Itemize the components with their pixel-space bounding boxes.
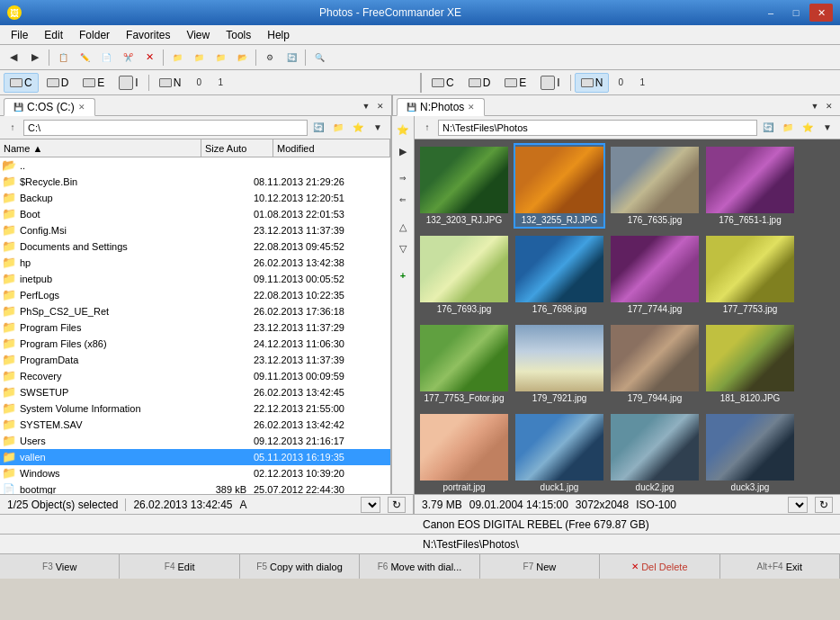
vtb-copy-right[interactable]: ⇒ [393, 168, 413, 188]
vtb-star[interactable]: ⭐ [393, 120, 413, 139]
file-row-12[interactable]: 📁 ProgramData 23.12.2013 11:37:39 [0, 352, 390, 368]
funckey-f4[interactable]: F4 Edit [120, 554, 239, 579]
delete-btn[interactable]: ✕ [139, 48, 159, 67]
menu-tools[interactable]: Tools [219, 27, 258, 43]
maximize-button[interactable]: □ [784, 4, 808, 22]
funckey-f6[interactable]: F6 Move with dial... [360, 554, 479, 579]
drive-d-right[interactable]: D [462, 73, 497, 93]
folder-btn-2[interactable]: 📁 [189, 48, 209, 67]
vtb-arrow-down[interactable]: ▽ [393, 238, 413, 258]
back-button[interactable]: ◀ [4, 48, 23, 67]
drive-0-right[interactable]: 0 [611, 73, 630, 93]
menu-help[interactable]: Help [260, 27, 297, 43]
close-button[interactable]: ✕ [809, 4, 833, 22]
file-row-10[interactable]: 📁 Program Files 23.12.2013 11:37:29 [0, 319, 390, 336]
drive-c-left[interactable]: C [4, 73, 39, 93]
file-row-11[interactable]: 📁 Program Files (x86) 24.12.2013 11:06:3… [0, 336, 390, 352]
left-tab-cos[interactable]: 💾 C:OS (C:) ✕ [4, 98, 95, 116]
file-row-8[interactable]: 📁 PerfLogs 22.08.2013 10:22:35 [0, 287, 390, 303]
folder-btn-4[interactable]: 📂 [232, 48, 252, 67]
left-refresh-btn[interactable]: 🔄 [309, 119, 327, 137]
file-row-19[interactable]: 📁 Windows 02.12.2013 10:39:20 [0, 465, 390, 481]
thumb-item-5[interactable]: 176_7698.jpg [514, 232, 605, 318]
drive-i-left[interactable]: I [112, 73, 144, 93]
right-refresh-btn[interactable]: 🔄 [759, 119, 777, 137]
drive-d-left[interactable]: D [40, 73, 76, 93]
right-tab-photos[interactable]: 💾 N:Photos ✕ [397, 98, 485, 116]
thumb-item-14[interactable]: duck2.jpg [609, 410, 701, 494]
thumb-item-3[interactable]: 176_7651-1.jpg [704, 143, 796, 229]
col-modified-header[interactable]: Modified [273, 139, 390, 157]
drive-1-right[interactable]: 1 [632, 73, 652, 93]
left-filter-dropdown[interactable] [361, 497, 380, 513]
drive-c-right[interactable]: C [425, 73, 460, 93]
funckey-f3[interactable]: F3 View [0, 554, 120, 579]
funckey-altf4[interactable]: Alt+F4 Exit [720, 554, 840, 579]
right-up-btn[interactable]: ↑ [418, 119, 436, 137]
right-refresh-status-btn[interactable]: ↻ [815, 497, 833, 513]
settings-btn[interactable]: ⚙ [260, 48, 280, 67]
view-btn[interactable]: 📋 [53, 48, 73, 67]
thumb-item-0[interactable]: 132_3203_RJ.JPG [418, 143, 510, 229]
minimize-button[interactable]: – [759, 4, 782, 22]
thumb-item-7[interactable]: 177_7753.jpg [704, 232, 796, 318]
right-tab-menu[interactable]: ▼ [808, 97, 822, 115]
thumb-item-1[interactable]: 132_3255_RJ.JPG [514, 143, 605, 229]
thumb-item-10[interactable]: 179_7944.jpg [609, 321, 701, 407]
file-row-3[interactable]: 📁 Boot 01.08.2013 22:01:53 [0, 206, 390, 222]
drive-e-right[interactable]: E [498, 73, 532, 93]
funckey-f5[interactable]: F5 Copy with dialog [240, 554, 360, 579]
file-row-14[interactable]: 📁 SWSETUP 26.02.2013 13:42:45 [0, 384, 390, 400]
left-path-btn-1[interactable]: 📁 [329, 119, 347, 137]
left-tab-close[interactable]: ✕ [78, 103, 85, 112]
drive-n-left[interactable]: N [153, 73, 188, 93]
search-btn[interactable]: 🔍 [309, 48, 329, 67]
thumb-item-4[interactable]: 176_7693.jpg [418, 232, 510, 318]
left-tab-menu[interactable]: ▼ [359, 97, 373, 115]
right-path-btn-1[interactable]: 📁 [779, 119, 797, 137]
vtb-arrow-right[interactable]: ▶ [393, 141, 413, 161]
file-row-9[interactable]: 📁 PhSp_CS2_UE_Ret 26.02.2013 17:36:18 [0, 303, 390, 319]
folder-btn-3[interactable]: 📁 [210, 48, 230, 67]
file-row-16[interactable]: 📁 SYSTEM.SAV 26.02.2013 13:42:42 [0, 417, 390, 433]
vtb-arrow-up[interactable]: △ [393, 217, 413, 237]
file-row-13[interactable]: 📁 Recovery 09.11.2013 00:09:59 [0, 368, 390, 384]
file-row-7[interactable]: 📁 inetpub 09.11.2013 00:05:52 [0, 271, 390, 287]
right-tab-close[interactable]: ✕ [468, 103, 475, 112]
file-row-6[interactable]: 📁 hp 26.02.2013 13:42:38 [0, 255, 390, 271]
right-filter-dropdown[interactable] [788, 497, 808, 513]
right-path-input[interactable] [438, 120, 757, 136]
vtb-plus[interactable]: + [393, 265, 413, 285]
thumb-item-11[interactable]: 181_8120.JPG [704, 321, 796, 407]
funckey-del[interactable]: ✕ Del Delete [600, 554, 719, 579]
left-up-btn[interactable]: ↑ [4, 119, 22, 137]
left-path-btn-2[interactable]: ⭐ [349, 119, 367, 137]
file-row-4[interactable]: 📁 Config.Msi 23.12.2013 11:37:39 [0, 222, 390, 238]
thumb-item-9[interactable]: 179_7921.jpg [514, 321, 605, 407]
menu-folder[interactable]: Folder [72, 27, 117, 43]
file-row-15[interactable]: 📁 System Volume Information 22.12.2013 2… [0, 400, 390, 417]
file-row-1[interactable]: 📁 $Recycle.Bin 08.11.2013 21:29:26 [0, 174, 390, 190]
thumb-item-8[interactable]: 177_7753_Fotor.jpg [418, 321, 510, 407]
thumb-item-2[interactable]: 176_7635.jpg [609, 143, 701, 229]
file-row-20[interactable]: 📄 bootmgr 389 kB 25.07.2012 22:44:30 [0, 481, 390, 494]
thumb-item-6[interactable]: 177_7744.jpg [609, 232, 701, 318]
menu-view[interactable]: View [179, 27, 217, 43]
col-name-header[interactable]: Name ▲ [0, 139, 201, 157]
file-row-18[interactable]: 📁 vallen 05.11.2013 16:19:35 [0, 449, 390, 465]
menu-file[interactable]: File [4, 27, 35, 43]
forward-button[interactable]: ▶ [25, 48, 45, 67]
folder-btn-1[interactable]: 📁 [167, 48, 187, 67]
left-filter-btn[interactable]: ▼ [369, 119, 387, 137]
drive-0-left[interactable]: 0 [189, 73, 209, 93]
file-row-5[interactable]: 📁 Documents and Settings 22.08.2013 09:4… [0, 238, 390, 255]
file-row-2[interactable]: 📁 Backup 10.12.2013 12:20:51 [0, 190, 390, 206]
file-row-0[interactable]: 📂 .. [0, 157, 390, 174]
thumb-item-13[interactable]: duck1.jpg [514, 410, 605, 494]
left-refresh-status-btn[interactable]: ↻ [388, 497, 406, 513]
right-filter-btn[interactable]: ▼ [818, 119, 836, 137]
left-tab-close-btn[interactable]: ✕ [373, 97, 388, 115]
right-tab-close-btn[interactable]: ✕ [822, 97, 836, 115]
drive-e-left[interactable]: E [76, 73, 111, 93]
move-btn[interactable]: ✂️ [118, 48, 138, 67]
